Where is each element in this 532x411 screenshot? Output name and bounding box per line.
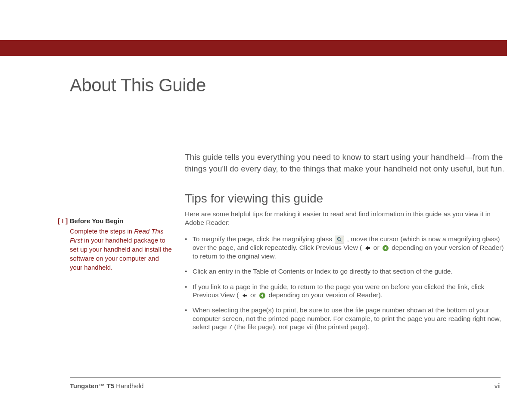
previous-view-green-icon (259, 292, 266, 299)
section-heading: Tips for viewing this guide (185, 192, 505, 206)
tip1-text-c: or (373, 244, 381, 251)
sidebar-text-pre: Complete the steps in (70, 227, 134, 235)
previous-view-green-icon (382, 245, 389, 252)
sidebar-title: Before You Begin (70, 217, 123, 224)
alert-marker: [ ! ] (58, 217, 68, 224)
tip-item-1: To magnify the page, click the magnifyin… (185, 235, 505, 260)
footer-product: Tungsten™ T5 Handheld (70, 382, 143, 389)
tip-item-3: If you link to a page in the guide, to r… (185, 283, 505, 299)
tip1-text-a: To magnify the page, click the magnifyin… (193, 235, 334, 243)
before-you-begin-box: [ ! ] Before You Begin Complete the step… (58, 217, 172, 272)
footer-product-rest: Handheld (114, 382, 143, 389)
footer: Tungsten™ T5 Handheld vii (70, 377, 501, 389)
section-intro: Here are some helpful tips for making it… (185, 210, 505, 227)
tip3-text-c: depending on your version of Reader). (268, 291, 383, 299)
sidebar-text-post: in your handheld package to set up your … (70, 237, 172, 271)
footer-page-number: vii (495, 382, 501, 389)
page-title: About This Guide (70, 75, 507, 96)
tip-item-2: Click an entry in the Table of Contents … (185, 267, 505, 275)
previous-view-arrow-icon (242, 293, 248, 299)
tip-item-4: When selecting the page(s) to print, be … (185, 306, 505, 331)
sidebar-body: Complete the steps in Read This First in… (58, 227, 172, 272)
sidebar: [ ! ] Before You Begin Complete the step… (58, 152, 185, 338)
tips-list: To magnify the page, click the magnifyin… (185, 235, 505, 331)
svg-line-1 (340, 240, 342, 242)
intro-paragraph: This guide tells you everything you need… (185, 152, 505, 174)
zoom-in-icon (335, 236, 344, 243)
tip3-text-b: or (250, 291, 258, 299)
content: About This Guide [ ! ] Before You Begin … (0, 75, 507, 338)
previous-view-arrow-icon (364, 245, 370, 251)
main-content: This guide tells you everything you need… (185, 152, 507, 338)
footer-product-bold: Tungsten™ T5 (70, 382, 114, 389)
header-bar (0, 40, 507, 56)
